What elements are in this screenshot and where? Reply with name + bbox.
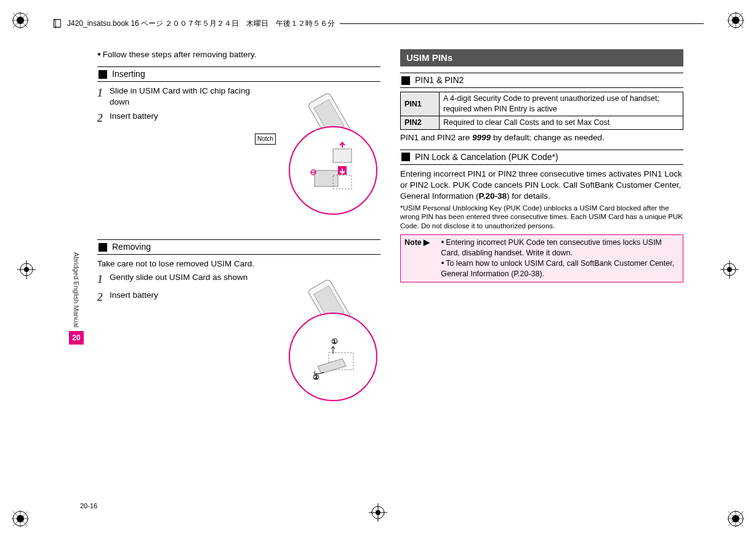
svg-point-5 (17, 17, 24, 24)
inserting-step-2: 2Insert battery (97, 111, 252, 126)
page-number: 20-16 (80, 502, 97, 509)
svg-rect-41 (315, 170, 338, 186)
registration-mark-icon (11, 509, 30, 528)
svg-point-31 (727, 267, 732, 272)
pin-table: PIN1 A 4-digit Security Code to prevent … (400, 92, 683, 130)
svg-rect-36 (54, 20, 61, 28)
note-item: To learn how to unlock USIM Card, call S… (441, 258, 679, 279)
insert-detail-bubble (289, 126, 377, 215)
header-text: J420_insatsu.book 16 ページ ２００７年５月２４日 木曜日 … (67, 18, 335, 29)
source-file-header: J420_insatsu.book 16 ページ ２００７年５月２４日 木曜日 … (52, 14, 704, 33)
svg-point-11 (732, 17, 739, 24)
chapter-number: 20 (69, 331, 84, 345)
svg-point-35 (376, 510, 380, 515)
right-column: USIM PINs PIN1 & PIN2 PIN1 A 4-digit Sec… (395, 49, 688, 490)
usim-pins-heading: USIM PINs (400, 49, 683, 66)
pin2-header: PIN2 (401, 116, 440, 129)
pin-lock-body: Entering incorrect PIN1 or PIN2 three co… (400, 169, 683, 202)
removing-heading: Removing (97, 239, 380, 255)
table-row: PIN2 Required to clear Call Costs and to… (401, 116, 683, 129)
pin1-header: PIN1 (401, 92, 440, 116)
inserting-figure: Notch (257, 86, 380, 215)
svg-marker-50 (318, 359, 346, 373)
pin2-desc: Required to clear Call Costs and to set … (440, 116, 683, 129)
registration-mark-icon (726, 509, 745, 528)
side-tab-label: Abridged English Manual (73, 252, 80, 327)
pin-default-text: PIN1 and PIN2 are 9999 by default; chang… (400, 132, 683, 143)
svg-rect-40 (333, 149, 352, 162)
registration-mark-icon (726, 11, 745, 30)
pin1-desc: A 4-digit Security Code to prevent unaut… (440, 92, 683, 116)
crop-target-icon (720, 260, 739, 279)
svg-point-17 (17, 515, 24, 522)
removing-figure: ① ② (257, 272, 380, 401)
removing-step-1: 1Gently slide out USIM Card as shown (97, 272, 252, 287)
left-column: Follow these steps after removing batter… (92, 49, 385, 490)
intro-text: Follow these steps after removing batter… (97, 49, 380, 60)
crop-target-icon (369, 503, 387, 522)
note-label: Note ▶ (404, 238, 430, 279)
book-icon (52, 18, 63, 29)
svg-point-23 (732, 515, 739, 522)
svg-text:①: ① (331, 337, 338, 346)
removing-step-2: 2Insert battery (97, 290, 252, 305)
crop-target-icon (17, 260, 36, 279)
puk-footnote: *USIM Personal Unblocking Key (PUK Code)… (400, 204, 683, 231)
pin1-pin2-heading: PIN1 & PIN2 (400, 73, 683, 88)
removing-intro: Take care not to lose removed USIM Card. (97, 258, 380, 270)
notch-label: Notch (255, 134, 276, 145)
chapter-side-tab: Abridged English Manual 20 (68, 252, 85, 490)
svg-point-27 (24, 267, 29, 272)
note-item: Entering incorrect PUK Code ten consecut… (441, 238, 679, 258)
registration-mark-icon (11, 11, 30, 30)
pin-lock-heading: PIN Lock & Cancelation (PUK Code*) (400, 150, 683, 165)
inserting-step-1: 1Slide in USIM Card with IC chip facing … (97, 86, 252, 108)
inserting-heading: Inserting (97, 66, 380, 82)
table-row: PIN1 A 4-digit Security Code to prevent … (401, 92, 683, 116)
note-box: Note ▶ Entering incorrect PUK Code ten c… (400, 234, 683, 282)
remove-detail-bubble: ① ② (289, 313, 377, 401)
